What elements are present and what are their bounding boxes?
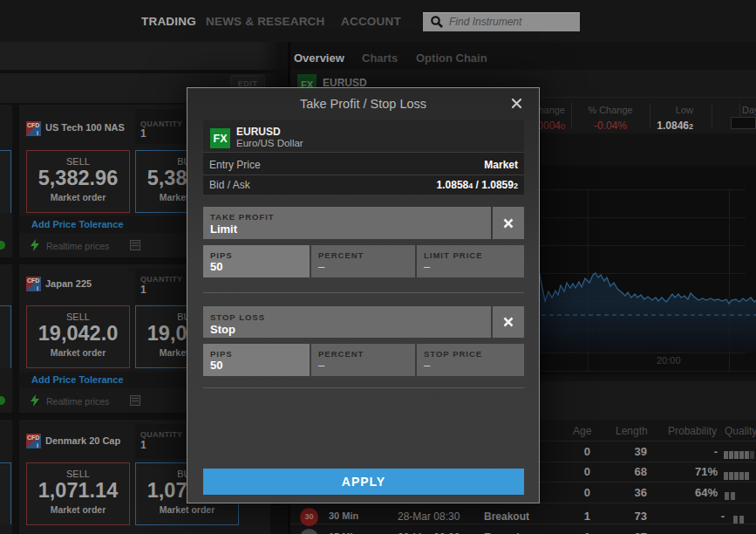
svg-text:20:00: 20:00 (657, 355, 681, 366)
